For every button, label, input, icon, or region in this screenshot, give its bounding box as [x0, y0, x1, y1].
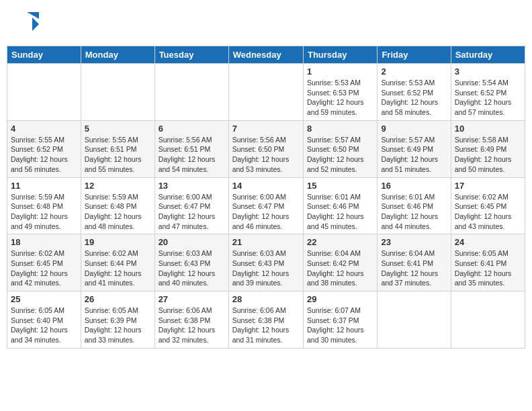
- calendar-cell: 19Sunrise: 6:02 AMSunset: 6:44 PMDayligh…: [81, 234, 154, 291]
- day-info: Sunrise: 5:55 AMSunset: 6:52 PMDaylight:…: [11, 135, 77, 175]
- day-number: 14: [232, 181, 300, 191]
- calendar-cell: 13Sunrise: 6:00 AMSunset: 6:47 PMDayligh…: [154, 177, 228, 234]
- calendar-cell: 27Sunrise: 6:06 AMSunset: 6:38 PMDayligh…: [154, 291, 228, 349]
- calendar-cell: 3Sunrise: 5:54 AMSunset: 6:52 PMDaylight…: [451, 64, 525, 121]
- calendar-body: 1Sunrise: 5:53 AMSunset: 6:53 PMDaylight…: [7, 64, 525, 349]
- day-info: Sunrise: 6:05 AMSunset: 6:40 PMDaylight:…: [11, 306, 77, 345]
- calendar-cell: [81, 64, 154, 121]
- logo: [13, 12, 39, 40]
- day-number: 7: [232, 124, 300, 134]
- day-info: Sunrise: 6:03 AMSunset: 6:43 PMDaylight:…: [232, 248, 300, 288]
- calendar-cell: 7Sunrise: 5:56 AMSunset: 6:50 PMDaylight…: [228, 120, 303, 177]
- day-info: Sunrise: 6:03 AMSunset: 6:43 PMDaylight:…: [159, 248, 225, 288]
- day-number: 27: [159, 294, 225, 304]
- calendar-cell: 24Sunrise: 6:05 AMSunset: 6:41 PMDayligh…: [451, 234, 525, 291]
- header: [7, 7, 525, 43]
- calendar-cell: [228, 64, 303, 121]
- day-info: Sunrise: 5:53 AMSunset: 6:53 PMDaylight:…: [307, 78, 373, 118]
- day-number: 16: [381, 181, 447, 191]
- day-info: Sunrise: 6:06 AMSunset: 6:38 PMDaylight:…: [159, 306, 225, 345]
- day-info: Sunrise: 6:04 AMSunset: 6:42 PMDaylight:…: [307, 248, 373, 288]
- calendar-cell: 16Sunrise: 6:01 AMSunset: 6:46 PMDayligh…: [378, 177, 451, 234]
- calendar-week-row: 18Sunrise: 6:02 AMSunset: 6:45 PMDayligh…: [7, 234, 525, 291]
- calendar-cell: 15Sunrise: 6:01 AMSunset: 6:46 PMDayligh…: [303, 177, 377, 234]
- day-number: 24: [455, 237, 521, 247]
- day-number: 11: [11, 181, 77, 191]
- calendar-header-saturday: Saturday: [451, 46, 525, 64]
- day-number: 17: [455, 181, 521, 191]
- calendar-header-row: SundayMondayTuesdayWednesdayThursdayFrid…: [7, 46, 525, 64]
- day-info: Sunrise: 6:04 AMSunset: 6:41 PMDaylight:…: [381, 248, 447, 288]
- day-info: Sunrise: 5:55 AMSunset: 6:51 PMDaylight:…: [85, 135, 151, 175]
- day-number: 23: [381, 237, 447, 247]
- day-info: Sunrise: 6:06 AMSunset: 6:38 PMDaylight:…: [232, 306, 300, 345]
- calendar-cell: 23Sunrise: 6:04 AMSunset: 6:41 PMDayligh…: [378, 234, 451, 291]
- calendar-header-thursday: Thursday: [303, 46, 377, 64]
- day-number: 25: [11, 294, 77, 304]
- day-number: 10: [455, 124, 521, 134]
- calendar-header-wednesday: Wednesday: [228, 46, 303, 64]
- day-number: 5: [85, 124, 151, 134]
- logo-icon: [13, 12, 39, 38]
- day-info: Sunrise: 6:01 AMSunset: 6:46 PMDaylight:…: [307, 192, 373, 232]
- day-info: Sunrise: 5:57 AMSunset: 6:49 PMDaylight:…: [381, 135, 447, 175]
- day-number: 8: [307, 124, 373, 134]
- calendar-cell: 10Sunrise: 5:58 AMSunset: 6:49 PMDayligh…: [451, 120, 525, 177]
- day-info: Sunrise: 5:58 AMSunset: 6:49 PMDaylight:…: [455, 135, 521, 175]
- calendar-cell: 29Sunrise: 6:07 AMSunset: 6:37 PMDayligh…: [303, 291, 377, 349]
- calendar-cell: [7, 64, 81, 121]
- day-info: Sunrise: 6:02 AMSunset: 6:44 PMDaylight:…: [85, 248, 151, 288]
- day-number: 6: [159, 124, 225, 134]
- calendar-cell: 22Sunrise: 6:04 AMSunset: 6:42 PMDayligh…: [303, 234, 377, 291]
- day-info: Sunrise: 6:05 AMSunset: 6:39 PMDaylight:…: [85, 306, 151, 345]
- day-info: Sunrise: 6:01 AMSunset: 6:46 PMDaylight:…: [381, 192, 447, 232]
- calendar-week-row: 11Sunrise: 5:59 AMSunset: 6:48 PMDayligh…: [7, 177, 525, 234]
- day-info: Sunrise: 6:02 AMSunset: 6:45 PMDaylight:…: [455, 192, 521, 232]
- day-info: Sunrise: 5:56 AMSunset: 6:50 PMDaylight:…: [232, 135, 300, 175]
- day-number: 19: [85, 237, 151, 247]
- calendar-cell: 17Sunrise: 6:02 AMSunset: 6:45 PMDayligh…: [451, 177, 525, 234]
- calendar-cell: 20Sunrise: 6:03 AMSunset: 6:43 PMDayligh…: [154, 234, 228, 291]
- day-info: Sunrise: 5:59 AMSunset: 6:48 PMDaylight:…: [85, 192, 151, 232]
- calendar-cell: 4Sunrise: 5:55 AMSunset: 6:52 PMDaylight…: [7, 120, 81, 177]
- day-info: Sunrise: 6:02 AMSunset: 6:45 PMDaylight:…: [11, 248, 77, 288]
- day-number: 29: [307, 294, 373, 304]
- day-info: Sunrise: 5:56 AMSunset: 6:51 PMDaylight:…: [159, 135, 225, 175]
- calendar-cell: 6Sunrise: 5:56 AMSunset: 6:51 PMDaylight…: [154, 120, 228, 177]
- day-number: 18: [11, 237, 77, 247]
- calendar-cell: 9Sunrise: 5:57 AMSunset: 6:49 PMDaylight…: [378, 120, 451, 177]
- day-info: Sunrise: 5:54 AMSunset: 6:52 PMDaylight:…: [455, 78, 521, 118]
- calendar-cell: [451, 291, 525, 349]
- calendar-cell: 21Sunrise: 6:03 AMSunset: 6:43 PMDayligh…: [228, 234, 303, 291]
- calendar-cell: 8Sunrise: 5:57 AMSunset: 6:50 PMDaylight…: [303, 120, 377, 177]
- day-number: 21: [232, 237, 300, 247]
- day-info: Sunrise: 6:00 AMSunset: 6:47 PMDaylight:…: [159, 192, 225, 232]
- calendar-cell: 5Sunrise: 5:55 AMSunset: 6:51 PMDaylight…: [81, 120, 154, 177]
- calendar-cell: [154, 64, 228, 121]
- day-info: Sunrise: 6:05 AMSunset: 6:41 PMDaylight:…: [455, 248, 521, 288]
- day-info: Sunrise: 5:57 AMSunset: 6:50 PMDaylight:…: [307, 135, 373, 175]
- day-info: Sunrise: 5:53 AMSunset: 6:52 PMDaylight:…: [381, 78, 447, 118]
- day-number: 22: [307, 237, 373, 247]
- calendar-header-friday: Friday: [378, 46, 451, 64]
- calendar-cell: 12Sunrise: 5:59 AMSunset: 6:48 PMDayligh…: [81, 177, 154, 234]
- calendar-cell: 28Sunrise: 6:06 AMSunset: 6:38 PMDayligh…: [228, 291, 303, 349]
- calendar-week-row: 1Sunrise: 5:53 AMSunset: 6:53 PMDaylight…: [7, 64, 525, 121]
- day-number: 3: [455, 66, 521, 77]
- day-number: 2: [381, 66, 447, 77]
- day-info: Sunrise: 5:59 AMSunset: 6:48 PMDaylight:…: [11, 192, 77, 232]
- day-number: 15: [307, 181, 373, 191]
- day-number: 20: [159, 237, 225, 247]
- day-number: 26: [85, 294, 151, 304]
- day-info: Sunrise: 6:07 AMSunset: 6:37 PMDaylight:…: [307, 306, 373, 345]
- day-info: Sunrise: 6:00 AMSunset: 6:47 PMDaylight:…: [232, 192, 300, 232]
- calendar-header-monday: Monday: [81, 46, 154, 64]
- day-number: 4: [11, 124, 77, 134]
- calendar-cell: 25Sunrise: 6:05 AMSunset: 6:40 PMDayligh…: [7, 291, 81, 349]
- calendar-cell: 1Sunrise: 5:53 AMSunset: 6:53 PMDaylight…: [303, 64, 377, 121]
- day-number: 1: [307, 66, 373, 77]
- calendar-cell: [378, 291, 451, 349]
- calendar-table: SundayMondayTuesdayWednesdayThursdayFrid…: [7, 46, 525, 349]
- calendar-cell: 2Sunrise: 5:53 AMSunset: 6:52 PMDaylight…: [378, 64, 451, 121]
- calendar-header-tuesday: Tuesday: [154, 46, 228, 64]
